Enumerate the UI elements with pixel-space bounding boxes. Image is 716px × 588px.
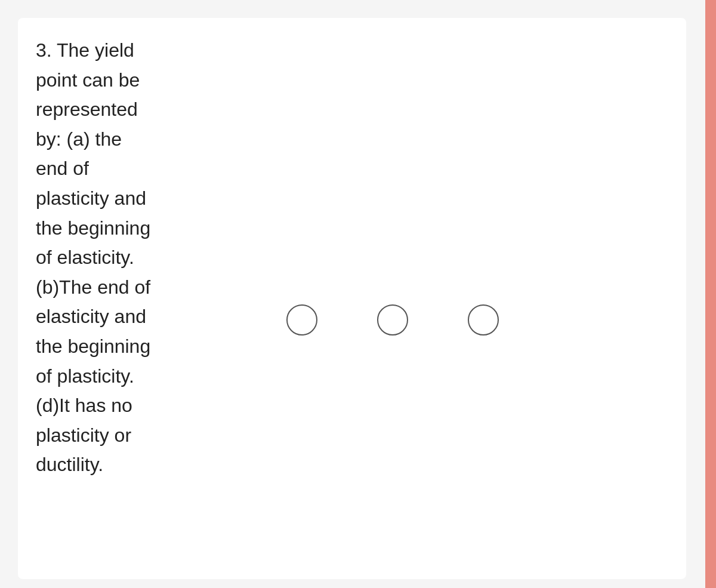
main-content: 3. The yield point can be represented by… <box>0 0 716 588</box>
options-area <box>251 36 668 335</box>
radio-option-2[interactable] <box>377 304 408 335</box>
question-card: 3. The yield point can be represented by… <box>18 18 686 579</box>
radio-option-3[interactable] <box>468 304 499 335</box>
question-text: 3. The yield point can be represented by… <box>36 36 251 480</box>
radio-option-1[interactable] <box>286 304 317 335</box>
right-sidebar <box>705 0 716 588</box>
